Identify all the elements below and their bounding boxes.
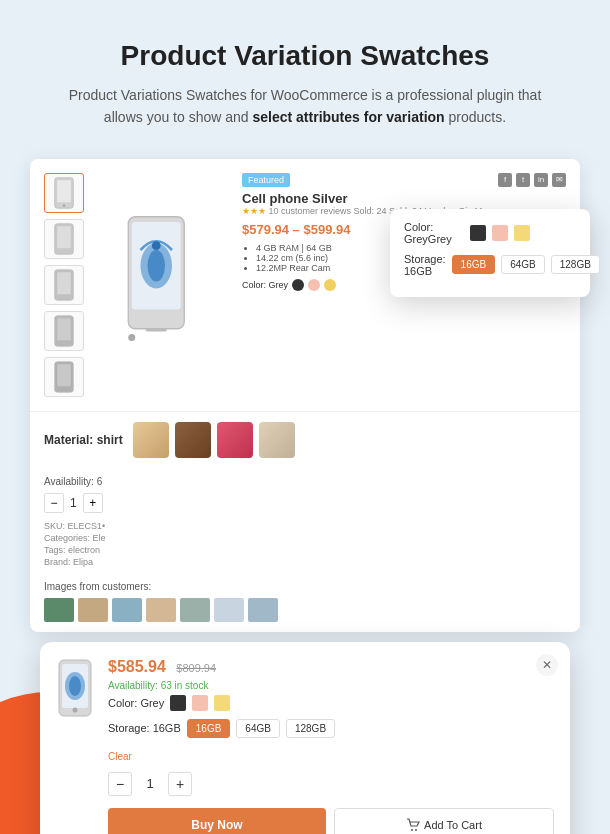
popup-storage-attr-label: Storage: 16GB (108, 722, 181, 734)
add-to-cart-label: Add To Cart (424, 819, 482, 831)
color-swatch-dark[interactable] (292, 279, 304, 291)
shirt-swatch-2[interactable] (175, 422, 211, 458)
star-rating: ★★★ (242, 206, 266, 216)
customer-thumb-7[interactable] (248, 598, 278, 622)
popup-storage-64gb[interactable]: 64GB (236, 719, 280, 738)
svg-point-2 (63, 204, 66, 207)
qty-row: − 1 + (44, 493, 124, 513)
popup-qty-value: 1 (140, 776, 160, 791)
svg-rect-8 (57, 318, 70, 340)
popup-availability: Availability: 63 in stock (108, 680, 554, 691)
svg-rect-4 (57, 226, 70, 248)
mobile-popup-content: $585.94 $809.94 Availability: 63 in stoc… (56, 658, 554, 834)
svg-point-15 (152, 241, 161, 250)
color-swatch-pink[interactable] (308, 279, 320, 291)
lower-section: Availability: 6 − 1 + (30, 468, 580, 521)
popup-actions: Buy Now Add To Cart (108, 808, 554, 834)
thumbnail-list (44, 173, 88, 397)
customer-thumbs (44, 598, 566, 622)
popup-qty-decrease[interactable]: − (108, 772, 132, 796)
storage-16gb[interactable]: 16GB (452, 255, 496, 274)
customer-thumb-6[interactable] (214, 598, 244, 622)
popup-color-label: Color: GreyGrey (404, 221, 464, 245)
shirt-swatch-4[interactable] (259, 422, 295, 458)
popup-color-yellow[interactable] (514, 225, 530, 241)
email-icon[interactable]: ✉ (552, 173, 566, 187)
popup-color-pink[interactable] (492, 225, 508, 241)
popup-swatch-pink[interactable] (192, 695, 208, 711)
popup-storage-16gb[interactable]: 16GB (187, 719, 231, 738)
cart-icon (406, 818, 420, 832)
product-section: Featured f t in ✉ Cell phone Silver ★★★ … (30, 159, 580, 411)
linkedin-icon[interactable]: in (534, 173, 548, 187)
thumbnail-3[interactable] (44, 265, 84, 305)
review-count[interactable]: 10 customer reviews (269, 206, 352, 216)
popup-qty-row: − 1 + (108, 772, 554, 796)
qty-decrease[interactable]: − (44, 493, 64, 513)
shirt-swatches (133, 422, 295, 458)
popup-color-attr: Color: Grey (108, 695, 554, 711)
popup-storage-128gb[interactable]: 128GB (286, 719, 335, 738)
availability-count: 6 (97, 476, 103, 487)
popup-storage-attr: Storage: 16GB 16GB 64GB 128GB (108, 719, 554, 738)
clear-link[interactable]: Clear (108, 751, 132, 762)
svg-rect-10 (57, 364, 70, 386)
material-section: Material: shirt (30, 411, 580, 468)
twitter-icon[interactable]: t (516, 173, 530, 187)
popup-price-row: $585.94 $809.94 (108, 658, 554, 676)
popup-color-row: Color: GreyGrey (404, 221, 576, 245)
social-icons: f t in ✉ (498, 173, 566, 187)
svg-point-31 (69, 676, 81, 696)
thumbnail-4[interactable] (44, 311, 84, 351)
customer-thumb-2[interactable] (78, 598, 108, 622)
popup-color-attr-label: Color: Grey (108, 697, 164, 709)
svg-rect-1 (57, 180, 70, 202)
storage-64gb[interactable]: 64GB (501, 255, 545, 274)
thumbnail-5[interactable] (44, 357, 84, 397)
product-info: Featured f t in ✉ Cell phone Silver ★★★ … (242, 173, 566, 397)
product-card: Featured f t in ✉ Cell phone Silver ★★★ … (30, 159, 580, 632)
customer-thumb-3[interactable] (112, 598, 142, 622)
thumbnail-2[interactable] (44, 219, 84, 259)
popup-swatch-yellow[interactable] (214, 695, 230, 711)
svg-point-14 (148, 250, 166, 282)
color-swatch-yellow[interactable] (324, 279, 336, 291)
page-title: Product Variation Swatches (60, 40, 550, 72)
page-description: Product Variations Swatches for WooComme… (60, 84, 550, 129)
qty-increase[interactable]: + (83, 493, 103, 513)
product-title: Cell phone Silver (242, 191, 566, 206)
popup-phone-image (56, 658, 96, 722)
facebook-icon[interactable]: f (498, 173, 512, 187)
customer-thumb-4[interactable] (146, 598, 176, 622)
add-to-cart-button[interactable]: Add To Cart (334, 808, 554, 834)
page-header: Product Variation Swatches Product Varia… (0, 0, 610, 149)
thumbnail-1[interactable] (44, 173, 84, 213)
sku-value: SKU: ELECS1• (44, 521, 566, 531)
customer-thumb-5[interactable] (180, 598, 210, 622)
popup-color-dark[interactable] (470, 225, 486, 241)
main-product-image (100, 173, 230, 397)
tags-value: Tags: electron (44, 545, 566, 555)
svg-point-34 (415, 829, 417, 831)
popup-storage-row: Storage: 16GB 16GB 64GB 128GB (404, 253, 576, 277)
sold-count: Sold: 24 (354, 206, 387, 216)
svg-rect-6 (57, 272, 70, 294)
close-button[interactable]: ✕ (536, 654, 558, 676)
popup-storage-label: Storage: 16GB (404, 253, 446, 277)
popup-qty-increase[interactable]: + (168, 772, 192, 796)
shirt-swatch-3[interactable] (217, 422, 253, 458)
color-storage-popup: Color: GreyGrey Storage: 16GB 16GB 64GB … (390, 209, 590, 297)
customer-thumb-1[interactable] (44, 598, 74, 622)
color-label: Color: Grey (242, 280, 288, 290)
description-text-end: products. (445, 109, 506, 125)
svg-point-33 (411, 829, 413, 831)
shirt-swatch-1[interactable] (133, 422, 169, 458)
buy-now-button[interactable]: Buy Now (108, 808, 326, 834)
popup-swatch-dark[interactable] (170, 695, 186, 711)
popup-price: $585.94 (108, 658, 166, 675)
mobile-popup: ✕ $585.94 $809.94 Availability: 63 in st… (40, 642, 570, 834)
svg-rect-17 (146, 329, 167, 332)
customer-images-label: Images from customers: (44, 581, 566, 592)
description-bold: select attributes for variation (252, 109, 444, 125)
storage-128gb[interactable]: 128GB (551, 255, 600, 274)
